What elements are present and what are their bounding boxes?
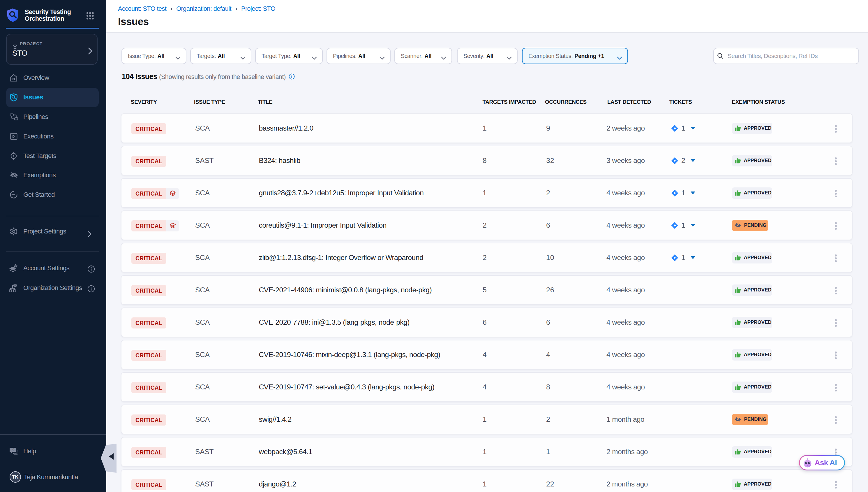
svg-text:?: ? [12, 448, 15, 452]
